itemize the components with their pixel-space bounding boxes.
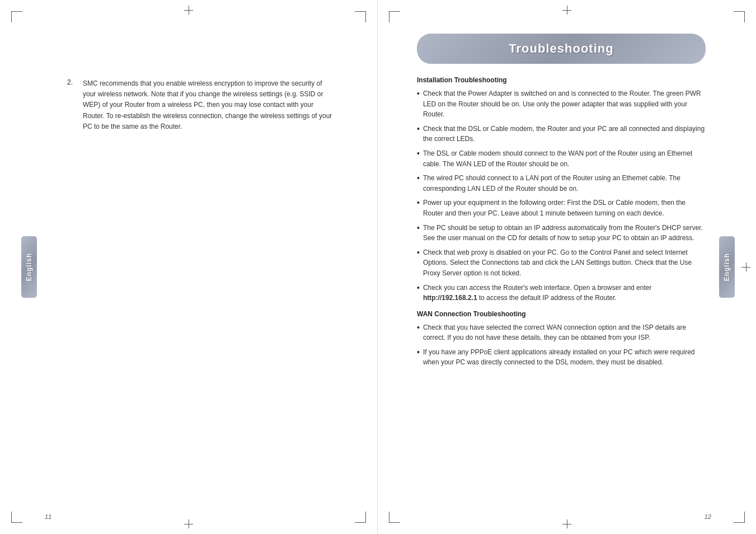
corner-mark-bl — [11, 512, 22, 523]
ip-address-bold: http://192.168.2.1 — [423, 294, 477, 302]
bullet-item-7: Check that web proxy is disabled on your… — [417, 247, 706, 279]
right-corner-mark-br — [734, 512, 745, 523]
bullet-item-6: The PC should be setup to obtain an IP a… — [417, 223, 706, 243]
corner-mark-tl — [11, 11, 22, 22]
wan-section-title: WAN Connection Troubleshooting — [417, 310, 706, 318]
installation-section-title: Installation Troubleshooting — [417, 76, 706, 84]
crosshair-bottom-right — [562, 519, 571, 528]
bullet-item-2: Check that the DSL or Cable modem, the R… — [417, 124, 706, 144]
page-container: English 11 2. SMC recommends that you en… — [0, 0, 756, 534]
item-text: SMC recommends that you enable wireless … — [83, 78, 332, 132]
item-number: 2. — [67, 78, 78, 132]
sidebar-tab-left: English — [21, 236, 37, 298]
bullet-item-1: Check that the Power Adapter is switched… — [417, 88, 706, 120]
wan-bullet-item-1: Check that you have selected the correct… — [417, 322, 706, 343]
page-number-right: 12 — [705, 513, 711, 520]
troubleshooting-header: Troubleshooting — [417, 34, 706, 64]
crosshair-top-left — [184, 6, 193, 15]
corner-mark-br — [355, 512, 366, 523]
right-corner-mark-tl — [389, 11, 400, 22]
right-corner-mark-tr — [734, 11, 745, 22]
installation-bullet-list: Check that the Power Adapter is switched… — [417, 88, 706, 303]
sidebar-tab-right-label: English — [723, 253, 731, 281]
left-page: English 11 2. SMC recommends that you en… — [0, 0, 378, 534]
right-page: English 12 Troubleshooting Installation … — [378, 0, 756, 534]
right-content: Troubleshooting Installation Troubleshoo… — [411, 34, 711, 368]
numbered-item-2: 2. SMC recommends that you enable wirele… — [67, 78, 332, 132]
sidebar-tab-left-label: English — [25, 253, 33, 281]
crosshair-right — [741, 263, 750, 271]
bullet-item-5: Power up your equipment in the following… — [417, 198, 706, 218]
wan-bullet-item-2: If you have any PPPoE client application… — [417, 347, 706, 368]
corner-mark-tr — [355, 11, 366, 22]
page-number-left: 11 — [45, 513, 51, 520]
sidebar-tab-right: English — [719, 236, 735, 298]
wan-bullet-list: Check that you have selected the correct… — [417, 322, 706, 368]
right-corner-mark-bl — [389, 512, 400, 523]
bullet-item-8: Check you can access the Router's web in… — [417, 283, 706, 303]
left-content: 2. SMC recommends that you enable wirele… — [67, 78, 344, 132]
bullet-item-4: The wired PC should connect to a LAN por… — [417, 173, 706, 194]
troubleshooting-title: Troubleshooting — [434, 41, 689, 56]
bullet-item-3: The DSL or Cable modem should connect to… — [417, 148, 706, 169]
crosshair-top-right — [562, 6, 571, 15]
crosshair-bottom-left — [184, 519, 193, 528]
